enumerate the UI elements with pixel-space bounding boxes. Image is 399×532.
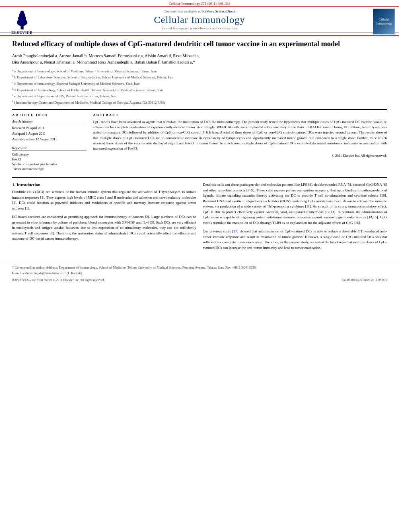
ref-1b[interactable]: 1 bbox=[13, 201, 15, 205]
intro-para-1: Dendritic cells (DCs) are sentinels of t… bbox=[12, 189, 196, 211]
elsevier-logo: ELSEVIER bbox=[4, 8, 40, 35]
ref-6[interactable]: 6 bbox=[384, 183, 386, 187]
issn-line: 0008-8749/$ – see front matter © 2011 El… bbox=[12, 278, 105, 282]
article-history-label: Article history: bbox=[12, 119, 86, 124]
intro-para-2: DC-based vaccines are considered as prom… bbox=[12, 214, 196, 242]
ref-4[interactable]: 4 bbox=[309, 183, 311, 187]
journal-banner-center: Contents lists available at SciVerse Sci… bbox=[8, 9, 391, 30]
sciverse-line: Contents lists available at SciVerse Sci… bbox=[8, 9, 391, 13]
doi-line: doi:10.1016/j.cellimm.2011.08.001 bbox=[341, 278, 387, 282]
authors-line1: Arash Pourgholaminejad a, Arezoo Jamali … bbox=[12, 53, 200, 58]
journal-name-top: Cellular Immunology 271 (2011) 360–364 bbox=[0, 2, 399, 6]
affil-f: f f Immunotherapy Center and Department … bbox=[12, 99, 387, 105]
received-date: Received 19 April 2011 bbox=[12, 126, 86, 131]
keywords-label: Keywords: bbox=[12, 146, 86, 151]
accepted-date: Accepted 1 August 2011 bbox=[12, 131, 86, 136]
keyword-3: Synthetic oligodeoxynucleotides bbox=[12, 162, 86, 166]
available-online-date: Available online 12 August 2011 bbox=[12, 137, 86, 142]
copyright-line: © 2011 Elsevier Inc. All rights reserved… bbox=[93, 154, 387, 158]
journal-banner: ELSEVIER Contents lists available at Sci… bbox=[0, 6, 399, 33]
svg-point-4 bbox=[20, 11, 24, 14]
journal-header: Cellular Immunology 271 (2011) 360–364 E… bbox=[0, 0, 399, 36]
abstract-text: CpG motifs have been advanced as agents … bbox=[93, 119, 387, 151]
keyword-4: Tumor immunotherapy bbox=[12, 167, 86, 171]
journal-thumbnail: Cellular Immunology bbox=[373, 8, 395, 35]
ref-2[interactable]: 2 bbox=[146, 215, 148, 219]
elsevier-label: ELSEVIER bbox=[11, 31, 33, 35]
keywords-section: Keywords: Cell therapy FoxP3 Synthetic o… bbox=[12, 146, 86, 171]
ref-7-9[interactable]: 7–9 bbox=[248, 188, 253, 192]
keyword-1: Cell therapy bbox=[12, 152, 86, 156]
corresponding-author-note: * Corresponding author. Address: Departm… bbox=[12, 265, 387, 270]
abstract-title: ABSTRACT bbox=[93, 113, 387, 117]
ref-5[interactable]: 5 bbox=[348, 183, 350, 187]
sciverse-link[interactable]: SciVerse ScienceDirect bbox=[202, 9, 235, 13]
authors-line2: Bita Ansaripour a, Nemat Khansari a, Moh… bbox=[12, 60, 195, 64]
article-content: Reduced efficacy of multiple doses of Cp… bbox=[0, 36, 399, 262]
intro-section-title: 1. Introduction bbox=[12, 182, 196, 187]
journal-thumb-area: Cellular Immunology bbox=[373, 8, 395, 35]
article-info-column: ARTICLE INFO Article history: Received 1… bbox=[12, 113, 86, 172]
ref-10[interactable]: 10 bbox=[381, 193, 385, 197]
affil-d: d d Department of Immunology, School of … bbox=[12, 87, 387, 93]
journal-main-title: Cellular Immunology bbox=[8, 14, 391, 25]
elsevier-tree-icon bbox=[10, 8, 34, 31]
journal-thumb-text: Cellular Immunology bbox=[374, 18, 393, 25]
article-title: Reduced efficacy of multiple doses of Cp… bbox=[12, 39, 387, 49]
right-para-1: Dendritic cells can detect pathogen-deri… bbox=[203, 182, 387, 226]
affiliations: a a Department of Immunology, School of … bbox=[12, 68, 387, 105]
email-line: E-mail address: hajatij@sina.tums.ac.ir … bbox=[12, 271, 387, 276]
ref-1c[interactable]: 1 bbox=[26, 206, 28, 210]
affil-c: c c Department of Immunology, Shaheed Sa… bbox=[12, 80, 387, 86]
elsevier-logo-area: ELSEVIER bbox=[4, 8, 40, 35]
ref-1[interactable]: 1 bbox=[41, 195, 43, 199]
article-info-title: ARTICLE INFO bbox=[12, 113, 86, 117]
ref-14-15[interactable]: 14,15 bbox=[368, 215, 376, 219]
affil-b: b b Department of Laboratory Sciences, S… bbox=[12, 74, 387, 80]
article-info-abstract-section: ARTICLE INFO Article history: Received 1… bbox=[12, 109, 387, 172]
ref-3b[interactable]: 3 bbox=[51, 231, 53, 235]
affil-a: a a Department of Immunology, School of … bbox=[12, 68, 387, 74]
page-footer: * Corresponding author. Address: Departm… bbox=[0, 262, 399, 283]
main-body: 1. Introduction Dendritic cells (DCs) ar… bbox=[12, 177, 387, 254]
ref-16[interactable]: 16 bbox=[355, 221, 359, 225]
journal-homepage: journal homepage: www.elsevier.com/locat… bbox=[8, 26, 391, 30]
keyword-2: FoxP3 bbox=[12, 157, 86, 161]
affil-e: e e Department of Hepatitis and AIDS, Pa… bbox=[12, 93, 387, 99]
ref-17[interactable]: 17 bbox=[233, 229, 237, 233]
footer-bottom: 0008-8749/$ – see front matter © 2011 El… bbox=[12, 278, 387, 282]
right-para-2: Our previous study [17] showed that admi… bbox=[203, 229, 387, 251]
ref-12-13[interactable]: 12,13 bbox=[326, 210, 334, 214]
ref-11[interactable]: 11 bbox=[306, 204, 310, 208]
left-body-column: 1. Introduction Dendritic cells (DCs) ar… bbox=[12, 182, 196, 254]
abstract-section: ABSTRACT CpG motifs have been advanced a… bbox=[93, 113, 387, 172]
ref-3[interactable]: 3 bbox=[151, 220, 153, 224]
right-body-column: Dendritic cells can detect pathogen-deri… bbox=[203, 182, 387, 254]
authors: Arash Pourgholaminejad a, Arezoo Jamali … bbox=[12, 53, 387, 66]
